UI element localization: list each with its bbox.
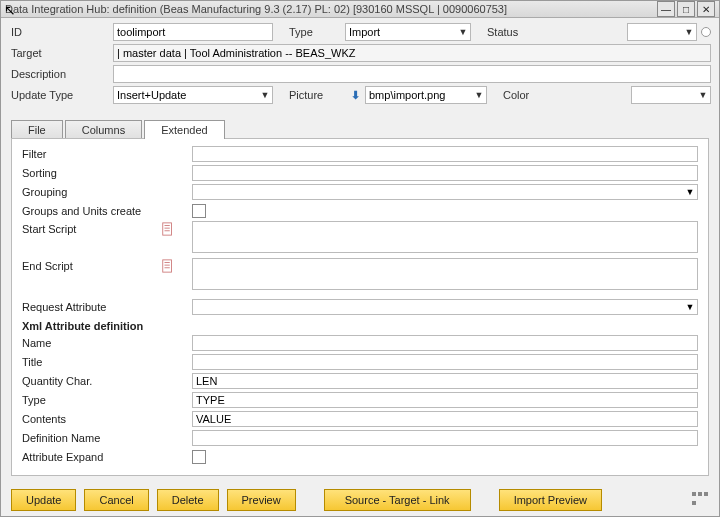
label-grouping: Grouping bbox=[22, 186, 192, 198]
contents-input[interactable] bbox=[192, 411, 698, 427]
close-button[interactable]: ✕ bbox=[697, 1, 715, 17]
target-input bbox=[113, 44, 711, 62]
def-name-input[interactable] bbox=[192, 430, 698, 446]
tab-file[interactable]: File bbox=[11, 120, 63, 139]
request-attribute-select[interactable]: ▼ bbox=[192, 299, 698, 315]
tab-columns[interactable]: Columns bbox=[65, 120, 142, 139]
quantity-char-input[interactable] bbox=[192, 373, 698, 389]
id-input[interactable] bbox=[113, 23, 273, 41]
label-id: ID bbox=[9, 26, 113, 38]
status-indicator-icon bbox=[701, 27, 711, 37]
start-script-input[interactable] bbox=[192, 221, 698, 253]
minimize-button[interactable]: — bbox=[657, 1, 675, 17]
header-form: ID Type Import▼ Status ▼ Target Descript… bbox=[1, 18, 719, 108]
tab-bar: File Columns Extended bbox=[11, 120, 719, 139]
grouping-select[interactable]: ▼ bbox=[192, 184, 698, 200]
script-edit-icon[interactable] bbox=[160, 258, 176, 274]
titlebar: Data Integration Hub: definition (Beas M… bbox=[1, 1, 719, 18]
description-input[interactable] bbox=[113, 65, 711, 83]
status-select[interactable]: ▼ bbox=[627, 23, 697, 41]
color-select[interactable]: ▼ bbox=[631, 86, 711, 104]
name-input[interactable] bbox=[192, 335, 698, 351]
label-sorting: Sorting bbox=[22, 167, 192, 179]
chevron-down-icon: ▼ bbox=[456, 27, 470, 37]
attr-expand-checkbox[interactable] bbox=[192, 450, 206, 464]
resize-grip-icon[interactable] bbox=[691, 491, 709, 509]
delete-button[interactable]: Delete bbox=[157, 489, 219, 511]
label-filter: Filter bbox=[22, 148, 192, 160]
title-input[interactable] bbox=[192, 354, 698, 370]
type-select[interactable]: Import▼ bbox=[345, 23, 471, 41]
tab-extended[interactable]: Extended bbox=[144, 120, 224, 139]
preview-button[interactable]: Preview bbox=[227, 489, 296, 511]
end-script-input[interactable] bbox=[192, 258, 698, 290]
label-type: Type bbox=[289, 26, 345, 38]
label-groups-units: Groups and Units create bbox=[22, 205, 192, 217]
chevron-down-icon: ▼ bbox=[258, 90, 272, 100]
label-end-script: End Script bbox=[22, 260, 160, 272]
label-name: Name bbox=[22, 337, 192, 349]
chevron-down-icon: ▼ bbox=[683, 187, 697, 197]
chevron-down-icon: ▼ bbox=[472, 90, 486, 100]
label-quantity-char: Quantity Char. bbox=[22, 375, 192, 387]
xml-attr-heading: Xml Attribute definition bbox=[22, 320, 698, 332]
picture-select[interactable]: bmp\import.png▼ bbox=[365, 86, 487, 104]
svg-rect-0 bbox=[163, 223, 172, 235]
sorting-input[interactable] bbox=[192, 165, 698, 181]
import-preview-button[interactable]: Import Preview bbox=[499, 489, 602, 511]
script-edit-icon[interactable] bbox=[160, 221, 176, 237]
label-color: Color bbox=[503, 89, 549, 101]
chevron-down-icon: ▼ bbox=[683, 302, 697, 312]
label-contents: Contents bbox=[22, 413, 192, 425]
update-type-select[interactable]: Insert+Update▼ bbox=[113, 86, 273, 104]
label-update-type: Update Type bbox=[9, 89, 113, 101]
update-button[interactable]: Update bbox=[11, 489, 76, 511]
label-def-name: Definition Name bbox=[22, 432, 192, 444]
label-request-attribute: Request Attribute bbox=[22, 301, 192, 313]
download-icon[interactable]: ⬇ bbox=[348, 88, 362, 102]
label-title: Title bbox=[22, 356, 192, 368]
window-title: Data Integration Hub: definition (Beas M… bbox=[5, 3, 655, 15]
label-attr-expand: Attribute Expand bbox=[22, 451, 192, 463]
extended-panel: Filter Sorting Grouping ▼ Groups and Uni… bbox=[11, 138, 709, 476]
footer-toolbar: Update Cancel Delete Preview Source - Ta… bbox=[1, 483, 719, 517]
xml-type-input[interactable] bbox=[192, 392, 698, 408]
label-picture: Picture bbox=[289, 89, 345, 101]
filter-input[interactable] bbox=[192, 146, 698, 162]
label-start-script: Start Script bbox=[22, 223, 160, 235]
svg-rect-1 bbox=[163, 260, 172, 272]
chevron-down-icon: ▼ bbox=[682, 27, 696, 37]
label-description: Description bbox=[9, 68, 113, 80]
maximize-button[interactable]: □ bbox=[677, 1, 695, 17]
cancel-button[interactable]: Cancel bbox=[84, 489, 148, 511]
label-xml-type: Type bbox=[22, 394, 192, 406]
source-target-link-button[interactable]: Source - Target - Link bbox=[324, 489, 471, 511]
chevron-down-icon: ▼ bbox=[696, 90, 710, 100]
label-status: Status bbox=[487, 26, 543, 38]
label-target: Target bbox=[9, 47, 113, 59]
groups-units-checkbox[interactable] bbox=[192, 204, 206, 218]
